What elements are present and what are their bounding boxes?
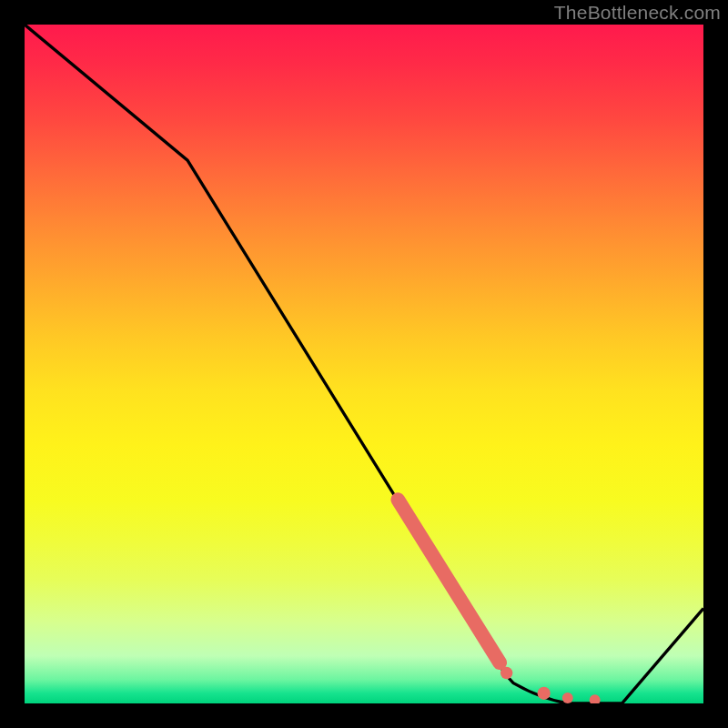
highlight-dot xyxy=(538,687,551,700)
chart-frame: TheBottleneck.com xyxy=(0,0,728,728)
highlight-dot xyxy=(562,693,573,703)
curve-layer xyxy=(25,25,703,703)
plot-area xyxy=(25,25,703,703)
attribution-label: TheBottleneck.com xyxy=(554,2,721,24)
highlight-dot xyxy=(590,694,601,703)
highlight-segment xyxy=(398,500,500,662)
highlight-dot xyxy=(500,667,512,679)
bottleneck-curve xyxy=(25,25,703,703)
